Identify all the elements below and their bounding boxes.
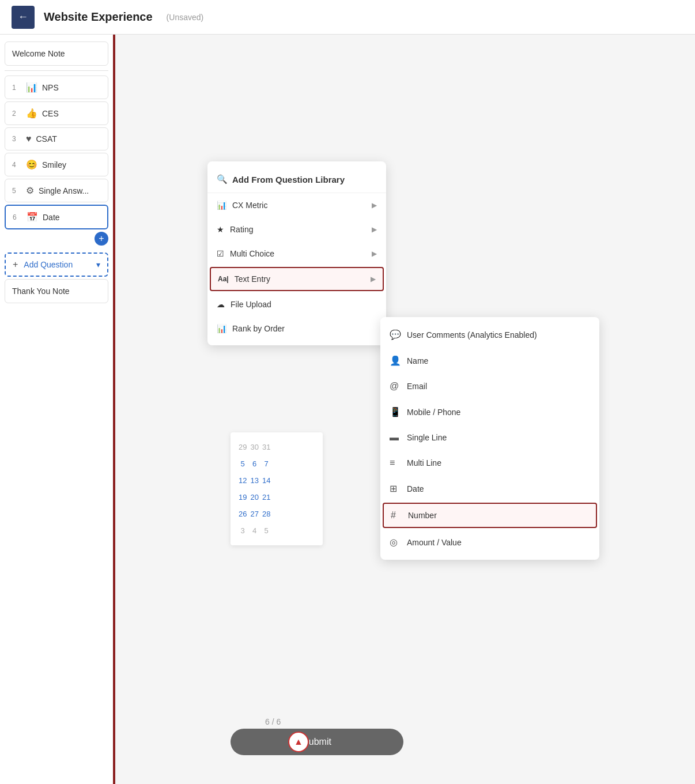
- cal-cell: [284, 489, 294, 505]
- divider: [5, 70, 108, 71]
- cal-cell: [306, 489, 316, 505]
- add-item-circle-button[interactable]: +: [95, 232, 108, 246]
- text-entry-submenu: 💬 User Comments (Analytics Enabled) 👤 Na…: [380, 317, 599, 560]
- cal-cell: [306, 473, 316, 488]
- multi-choice-icon: ☑: [217, 249, 224, 258]
- cx-metric-option[interactable]: 📊 CX Metric ▶: [207, 193, 386, 217]
- user-comments-option[interactable]: 💬 User Comments (Analytics Enabled): [380, 322, 599, 348]
- cal-cell: [306, 506, 316, 522]
- sidebar-item-csat[interactable]: 3 ♥ CSAT: [5, 127, 108, 150]
- cal-cell[interactable]: 13: [249, 473, 259, 488]
- cal-cell: [295, 506, 305, 522]
- add-question-button[interactable]: + Add Question ▾: [5, 252, 108, 277]
- cal-cell: [273, 489, 282, 505]
- single-line-option[interactable]: ▬ Single Line: [380, 425, 599, 450]
- cx-metric-icon: 📊: [217, 201, 226, 210]
- cal-cell: [295, 456, 305, 472]
- sidebar-item-single-answer[interactable]: 5 ⚙ Single Answ...: [5, 179, 108, 202]
- back-icon: ←: [18, 11, 28, 23]
- multi-choice-option[interactable]: ☑ Multi Choice ▶: [207, 242, 386, 266]
- cal-cell[interactable]: 26: [237, 506, 248, 522]
- cal-cell[interactable]: 28: [261, 506, 271, 522]
- cal-cell: [284, 456, 294, 472]
- cal-cell[interactable]: 21: [261, 489, 271, 505]
- rank-by-order-option[interactable]: 📊 Rank by Order: [207, 316, 386, 341]
- smiley-icon: 😊: [26, 159, 37, 170]
- cal-cell: 29: [237, 439, 248, 455]
- add-question-plus-icon: +: [13, 259, 18, 270]
- cal-cell: [273, 506, 282, 522]
- cal-cell: 31: [261, 439, 271, 455]
- cal-cell: [273, 473, 282, 488]
- user-comments-icon: 💬: [390, 329, 401, 340]
- rank-icon: 📊: [217, 324, 226, 333]
- cal-cell[interactable]: 27: [249, 506, 259, 522]
- cal-cell[interactable]: 20: [249, 489, 259, 505]
- cal-cell: 5: [261, 523, 271, 538]
- mobile-icon: 📱: [390, 406, 401, 417]
- welcome-note-item[interactable]: Welcome Note: [5, 42, 108, 66]
- sidebar-item-ces[interactable]: 2 👍 CES: [5, 101, 108, 125]
- main-layout: Welcome Note 1 📊 NPS 2 👍 CES 3 ♥ CSAT 4 …: [0, 35, 695, 784]
- date-option[interactable]: ⊞ Date: [380, 476, 599, 502]
- amount-value-option[interactable]: ◎ Amount / Value: [380, 529, 599, 555]
- rating-option[interactable]: ★ Rating ▶: [207, 217, 386, 242]
- email-icon: @: [390, 381, 401, 391]
- calendar-widget: 29 30 31 5 6 7 12 13 14: [231, 432, 323, 545]
- cal-cell: [284, 439, 294, 455]
- file-upload-option[interactable]: ☁ File Upload: [207, 292, 386, 316]
- single-line-icon: ▬: [390, 432, 401, 443]
- cal-cell: [295, 523, 305, 538]
- page-title: Website Experience: [44, 10, 153, 24]
- unsaved-status: (Unsaved): [167, 13, 204, 22]
- single-answer-icon: ⚙: [26, 185, 34, 196]
- csat-icon: ♥: [26, 134, 32, 144]
- sidebar-item-date[interactable]: 6 📅 Date: [5, 205, 108, 229]
- calendar-grid: 29 30 31 5 6 7 12 13 14: [237, 439, 316, 538]
- date-icon: 📅: [27, 212, 38, 223]
- name-option[interactable]: 👤 Name: [380, 348, 599, 374]
- progress-indicator: 6 / 6: [265, 717, 281, 726]
- nps-icon: 📊: [26, 82, 37, 93]
- cal-cell[interactable]: 12: [237, 473, 248, 488]
- cal-cell[interactable]: 6: [249, 456, 259, 472]
- cal-cell: [295, 489, 305, 505]
- sidebar-item-smiley[interactable]: 4 😊 Smiley: [5, 153, 108, 176]
- back-button[interactable]: ←: [12, 6, 35, 29]
- sidebar-item-nps[interactable]: 1 📊 NPS: [5, 76, 108, 99]
- cal-cell: [273, 456, 282, 472]
- multi-line-option[interactable]: ≡ Multi Line: [380, 450, 599, 476]
- sidebar: Welcome Note 1 📊 NPS 2 👍 CES 3 ♥ CSAT 4 …: [0, 35, 115, 784]
- cal-cell[interactable]: 7: [261, 456, 271, 472]
- cal-cell[interactable]: 5: [237, 456, 248, 472]
- number-option[interactable]: # Number: [383, 503, 597, 528]
- cal-cell: 4: [249, 523, 259, 538]
- header: ← Website Experience (Unsaved): [0, 0, 695, 35]
- text-entry-option[interactable]: Aa| Text Entry ▶: [210, 267, 384, 291]
- date-entry-icon: ⊞: [390, 483, 401, 494]
- submit-button[interactable]: Submit: [231, 729, 403, 755]
- cal-cell: [284, 523, 294, 538]
- email-option[interactable]: @ Email: [380, 374, 599, 399]
- scroll-up-button[interactable]: ▲: [288, 732, 309, 752]
- thank-you-note-item[interactable]: Thank You Note: [5, 279, 108, 303]
- file-upload-icon: ☁: [217, 300, 225, 309]
- cal-cell: [295, 439, 305, 455]
- cal-cell: [284, 473, 294, 488]
- content-area: 🔍 Add From Question Library 📊 CX Metric …: [115, 35, 695, 784]
- chevron-right-icon: ▶: [372, 250, 377, 258]
- cal-cell: [306, 439, 316, 455]
- cal-cell: 30: [249, 439, 259, 455]
- cal-cell: [306, 523, 316, 538]
- cal-cell: [273, 523, 282, 538]
- chevron-right-icon: ▶: [371, 275, 376, 283]
- mobile-phone-option[interactable]: 📱 Mobile / Phone: [380, 399, 599, 425]
- chevron-right-icon: ▶: [372, 201, 377, 209]
- add-from-library-header[interactable]: 🔍 Add From Question Library: [207, 166, 386, 193]
- cal-cell[interactable]: 19: [237, 489, 248, 505]
- chevron-up-icon: ▲: [294, 737, 303, 747]
- cal-cell: 3: [237, 523, 248, 538]
- cal-cell: [306, 456, 316, 472]
- amount-icon: ◎: [390, 537, 401, 548]
- cal-cell[interactable]: 14: [261, 473, 271, 488]
